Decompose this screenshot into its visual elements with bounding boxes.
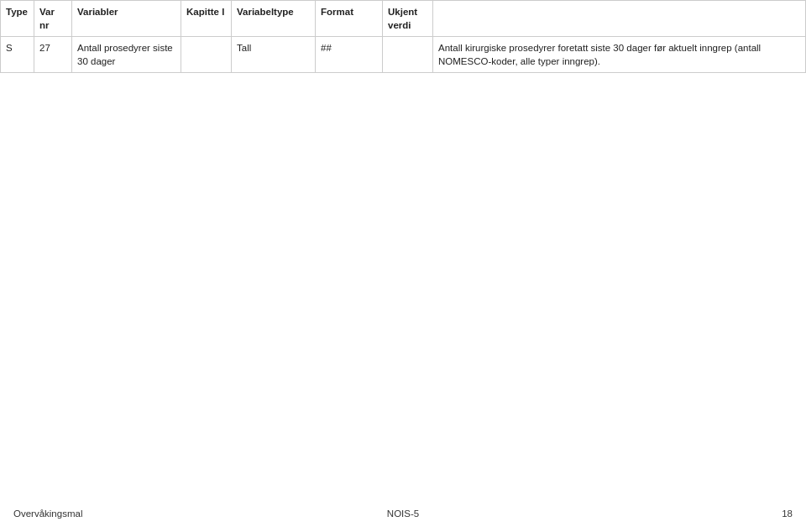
header-variabler: Variabler (72, 1, 181, 37)
header-var-nr: Var nr (34, 1, 72, 37)
header-beskrivelse (433, 1, 806, 37)
footer-center: NOIS-5 (114, 509, 692, 519)
cell-beskrivelse: Antall kirurgiske prosedyrer foretatt si… (433, 37, 806, 73)
footer-left: Overvåkingsmal (13, 509, 114, 519)
cell-ukjent (383, 37, 433, 73)
data-table: Type Var nr Variabler Kapitte l Variabel… (0, 0, 806, 73)
table-row: S 27 Antall prosedyrer siste 30 dager Ta… (1, 37, 806, 73)
cell-var-nr: 27 (34, 37, 72, 73)
header-format: Format (316, 1, 383, 37)
header-ukjent: Ukjent verdi (383, 1, 433, 37)
cell-variabeltype: Tall (232, 37, 316, 73)
header-kapittel: Kapitte l (181, 1, 232, 37)
page: Type Var nr Variabler Kapitte l Variabel… (0, 0, 806, 532)
table-header-row: Type Var nr Variabler Kapitte l Variabel… (1, 1, 806, 37)
header-variabeltype: Variabeltype (232, 1, 316, 37)
header-type: Type (1, 1, 34, 37)
cell-format: ## (316, 37, 383, 73)
cell-variabler: Antall prosedyrer siste 30 dager (72, 37, 181, 73)
footer: Overvåkingsmal NOIS-5 18 (0, 509, 806, 519)
footer-right: 18 (692, 509, 793, 519)
cell-type: S (1, 37, 34, 73)
cell-kapittel (181, 37, 232, 73)
